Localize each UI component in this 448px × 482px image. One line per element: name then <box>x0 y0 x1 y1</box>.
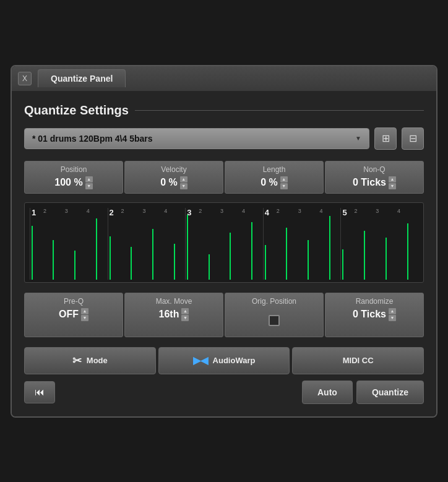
rewind-icon: ⏮ <box>35 387 45 398</box>
add-icon: ⊞ <box>382 132 390 144</box>
maxmove-value[interactable]: 16th <box>159 309 179 320</box>
randomize-label: Randomize <box>330 297 418 306</box>
preq-up[interactable]: ▲ <box>81 308 88 314</box>
sub-beat-2-1: 2 <box>121 208 142 280</box>
randomize-down[interactable]: ▼ <box>389 315 396 321</box>
beat-4: 4234 <box>263 208 341 280</box>
maxmove-down[interactable]: ▼ <box>181 315 189 321</box>
maxmove-label: Max. Move <box>130 297 218 306</box>
quantize-params: Position 100 % ▲ ▼ Velocity 0 % ▲ ▼ <box>24 161 424 194</box>
preq-arrows: ▲ ▼ <box>81 308 88 321</box>
param-position: Position 100 % ▲ ▼ <box>24 161 123 194</box>
length-down[interactable]: ▼ <box>280 183 288 189</box>
length-arrows: ▲ ▼ <box>280 176 288 189</box>
beat-1: 1234 <box>30 208 108 280</box>
mode-button[interactable]: ✂ Mode <box>24 347 156 374</box>
length-value[interactable]: 0 % <box>261 177 278 188</box>
velocity-down[interactable]: ▼ <box>180 183 187 189</box>
sub-beat-4-3: 4 <box>319 208 341 280</box>
remove-icon: ⊟ <box>409 132 417 144</box>
param-maxmove: Max. Move 16th ▲ ▼ <box>124 293 223 337</box>
bottom-params: Pre-Q OFF ▲ ▼ Max. Move 16th ▲ ▼ <box>24 293 424 337</box>
sub-beat-5-1: 2 <box>353 208 375 280</box>
sub-beat-label: 2 <box>199 208 202 214</box>
sub-beat-label: 4 <box>87 208 90 214</box>
sub-beat-label: 4 <box>397 208 400 214</box>
action-row: ⏮ Auto Quantize <box>24 381 424 404</box>
sub-beat-label: 2 <box>43 208 46 214</box>
beat-3: 3234 <box>185 208 263 280</box>
beat-markers: 12342234323442345234 <box>30 208 418 280</box>
position-up[interactable]: ▲ <box>85 176 93 183</box>
origpos-label: Orig. Position <box>230 297 318 306</box>
sub-beat-label: 2 <box>121 208 124 214</box>
sub-beat-label: 4 <box>320 208 323 214</box>
nonq-up[interactable]: ▲ <box>389 176 396 183</box>
preq-down[interactable]: ▼ <box>81 315 88 321</box>
preset-row: * 01 drums 120Bpm 4\4 5bars ▼ ⊞ ⊟ <box>24 127 424 150</box>
param-nonq: Non-Q 0 Ticks ▲ ▼ <box>325 161 424 194</box>
position-value[interactable]: 100 % <box>54 177 82 188</box>
mode-label: Mode <box>87 356 108 365</box>
sub-beat-label: 2 <box>354 208 357 214</box>
velocity-arrows: ▲ ▼ <box>180 176 187 189</box>
sub-beat-label: 3 <box>65 208 68 214</box>
beat-grid[interactable]: 12342234323442345234 <box>24 202 424 283</box>
add-preset-button[interactable]: ⊞ <box>374 127 397 150</box>
sub-beat-2-2: 3 <box>142 208 163 280</box>
randomize-up[interactable]: ▲ <box>389 308 396 314</box>
nonq-value[interactable]: 0 Ticks <box>353 177 386 188</box>
sub-beat-label: 3 <box>220 208 223 214</box>
sub-beat-5-2: 3 <box>375 208 397 280</box>
beat-2: 2234 <box>108 208 186 280</box>
quantize-button[interactable]: Quantize <box>356 381 424 404</box>
midicc-button[interactable]: MIDI CC <box>292 347 424 374</box>
sub-beat-3-2: 3 <box>220 208 241 280</box>
dropdown-arrow-icon: ▼ <box>355 135 361 142</box>
position-arrows: ▲ ▼ <box>85 176 93 189</box>
section-title: Quantize Settings <box>24 103 424 118</box>
preset-value: * 01 drums 120Bpm 4\4 5bars <box>32 134 153 144</box>
param-randomize: Randomize 0 Ticks ▲ ▼ <box>325 293 424 337</box>
mode-buttons-row: ✂ Mode ▶◀ AudioWarp MIDI CC <box>24 347 424 374</box>
sub-beat-1-3: 4 <box>86 208 108 280</box>
sub-beat-label: 4 <box>164 208 167 214</box>
panel-tab[interactable]: Quantize Panel <box>38 69 126 87</box>
midicc-label: MIDI CC <box>343 356 374 365</box>
sub-beat-2-3: 4 <box>163 208 185 280</box>
close-button[interactable]: X <box>18 72 32 85</box>
sub-beat-3-1: 2 <box>198 208 220 280</box>
velocity-up[interactable]: ▲ <box>180 176 187 183</box>
sub-beat-5-3: 4 <box>397 208 418 280</box>
warp-icon: ▶◀ <box>193 355 208 366</box>
origpos-checkbox[interactable] <box>269 315 280 326</box>
preq-label: Pre-Q <box>30 297 118 306</box>
sub-beat-label: 3 <box>376 208 379 214</box>
position-down[interactable]: ▼ <box>85 183 93 189</box>
param-velocity: Velocity 0 % ▲ ▼ <box>124 161 223 194</box>
maxmove-arrows: ▲ ▼ <box>181 308 189 321</box>
sub-beat-1-2: 3 <box>64 208 86 280</box>
sub-beat-3-3: 4 <box>241 208 263 280</box>
preq-value[interactable]: OFF <box>59 309 79 320</box>
randomize-value[interactable]: 0 Ticks <box>353 309 386 320</box>
sub-beat-label: 3 <box>142 208 145 214</box>
rewind-button[interactable]: ⏮ <box>24 381 55 403</box>
sub-beat-label: 2 <box>277 208 280 214</box>
sub-beat-1-1: 2 <box>43 208 64 280</box>
position-label: Position <box>30 165 118 174</box>
panel-content: Quantize Settings * 01 drums 120Bpm 4\4 … <box>12 91 436 416</box>
length-up[interactable]: ▲ <box>280 176 288 183</box>
audiowarp-button[interactable]: ▶◀ AudioWarp <box>158 347 290 374</box>
velocity-value[interactable]: 0 % <box>160 177 178 188</box>
auto-button[interactable]: Auto <box>302 381 353 404</box>
nonq-down[interactable]: ▼ <box>389 183 396 189</box>
maxmove-up[interactable]: ▲ <box>181 308 189 314</box>
remove-preset-button[interactable]: ⊟ <box>402 127 424 150</box>
preset-dropdown[interactable]: * 01 drums 120Bpm 4\4 5bars ▼ <box>24 128 369 149</box>
quantize-panel: X Quantize Panel Quantize Settings * 01 … <box>11 65 437 418</box>
sub-beat-4-2: 3 <box>298 208 319 280</box>
audiowarp-label: AudioWarp <box>213 356 256 365</box>
randomize-arrows: ▲ ▼ <box>389 308 396 321</box>
beat-5: 5234 <box>340 208 418 280</box>
